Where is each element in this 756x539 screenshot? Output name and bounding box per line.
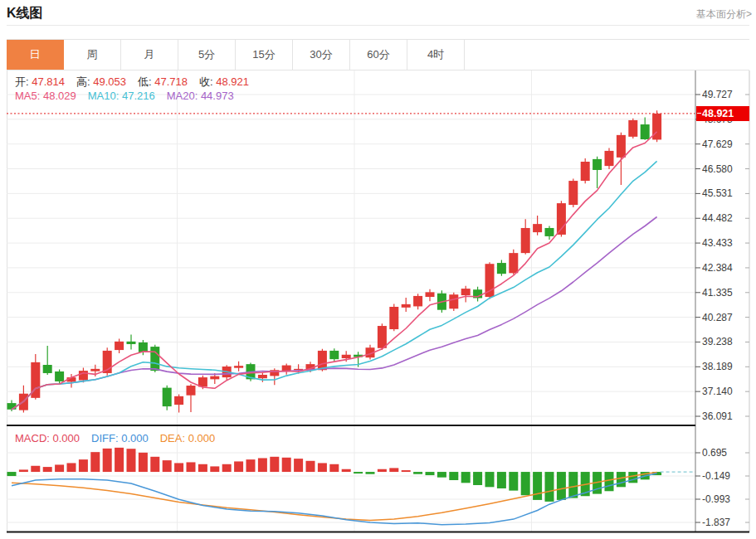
price-axis-label: 46.580 — [702, 163, 749, 175]
candle-up — [90, 369, 100, 371]
macd-bar-positive — [198, 464, 207, 472]
candle-up — [389, 307, 398, 329]
candle-up — [557, 203, 566, 235]
macd-bar-positive — [150, 457, 159, 472]
macd-bar-negative — [426, 472, 435, 475]
macd-header-row: MACD: 0.000DIFF: 0.000DEA: 0.000 — [15, 432, 227, 444]
macd-bar-positive — [258, 458, 267, 472]
candle-down — [55, 371, 64, 381]
candle-up — [652, 114, 661, 139]
ma10-value: 47.216 — [122, 90, 155, 102]
candle-up — [426, 292, 435, 297]
macd-bar-negative — [605, 472, 614, 491]
candle-up — [568, 181, 578, 205]
macd-value-value: 0.000 — [53, 432, 80, 444]
macd-bar-negative — [497, 472, 506, 488]
price-axis-label: 37.140 — [702, 386, 749, 397]
macd-bar-positive — [282, 458, 291, 472]
candle-up — [533, 224, 542, 232]
macd-bar-negative — [7, 472, 17, 476]
candle-up — [115, 342, 124, 350]
ohlc-low-value: 47.718 — [154, 75, 188, 88]
tab-5min[interactable]: 5分 — [178, 40, 236, 70]
diff-value-value: 0.000 — [121, 432, 149, 444]
candle-down — [641, 124, 650, 139]
candle-down — [127, 342, 136, 344]
tab-30min[interactable]: 30分 — [293, 40, 350, 70]
candle-down — [545, 228, 554, 236]
candle-up — [461, 289, 471, 295]
macd-bar-positive — [306, 461, 315, 472]
ma20-value: 44.973 — [201, 90, 234, 102]
tab-day[interactable]: 日 — [7, 40, 64, 70]
macd-bar-negative — [485, 472, 495, 487]
price-axis-label: 36.091 — [702, 410, 749, 422]
macd-bar-negative — [545, 472, 554, 502]
macd-bar-positive — [103, 449, 112, 472]
candle-up — [509, 253, 518, 273]
tab-4hour[interactable]: 4时 — [407, 40, 465, 70]
candle-up — [402, 304, 411, 308]
price-axis-label: 43.433 — [702, 237, 749, 249]
price-axis-label: 44.482 — [702, 212, 749, 224]
price-axis-label: 41.335 — [702, 287, 749, 299]
ma-row: MA5: 48.029MA10: 47.216MA20: 44.973 — [15, 90, 246, 102]
candle-up — [378, 326, 387, 348]
current-price-tag: 48.921 — [696, 106, 749, 121]
macd-bar-negative — [473, 472, 482, 485]
macd-bar-positive — [31, 466, 40, 472]
candle-up — [174, 396, 183, 405]
candle-up — [581, 162, 590, 181]
candle-up — [413, 296, 422, 307]
macd-bar-negative — [509, 472, 518, 491]
macd-bar-positive — [139, 453, 148, 472]
macd-bar-positive — [329, 464, 339, 472]
candle-down — [593, 159, 602, 170]
macd-axis-label: 0.695 — [702, 447, 749, 459]
macd-bar-positive — [90, 452, 100, 472]
macd-bar-negative — [521, 472, 530, 495]
price-axis-label: 45.531 — [702, 187, 749, 199]
tab-60min[interactable]: 60分 — [350, 40, 407, 70]
macd-bar-positive — [43, 467, 52, 472]
macd-bar-negative — [366, 472, 375, 474]
macd-bar-positive — [234, 461, 243, 472]
candle-down — [497, 263, 506, 274]
macd-bar-positive — [210, 466, 219, 472]
candle-down — [329, 351, 339, 359]
interval-tab-bar: 日周月5分15分30分60分4时 — [7, 39, 749, 70]
tab-15min[interactable]: 15分 — [236, 40, 293, 70]
candle-down — [150, 347, 159, 371]
macd-value-label: MACD: — [15, 432, 53, 444]
ohlc-high-label: 高: — [76, 75, 93, 88]
price-axis-label: 40.287 — [702, 312, 749, 323]
candle-up — [617, 135, 626, 158]
macd-axis-label: -0.993 — [702, 493, 749, 505]
ohlc-open-value: 47.814 — [32, 75, 65, 88]
candle-up — [234, 366, 243, 368]
macd-bar-positive — [389, 468, 398, 472]
ohlc-open-label: 开: — [15, 75, 32, 88]
ohlc-low-label: 低: — [138, 75, 154, 88]
candle-up — [79, 371, 88, 380]
price-axis-label: 47.629 — [702, 138, 749, 150]
macd-bar-positive — [19, 469, 28, 472]
ma20-label: MA20: — [167, 90, 201, 102]
candle-down — [7, 403, 17, 410]
macd-bar-positive — [378, 469, 387, 472]
macd-bar-positive — [127, 449, 136, 472]
macd-bar-positive — [79, 459, 88, 472]
candle-up — [342, 355, 351, 358]
candle-up — [628, 120, 637, 137]
price-axis-label: 39.238 — [702, 336, 749, 347]
tab-week[interactable]: 周 — [64, 40, 121, 70]
tab-month[interactable]: 月 — [121, 40, 178, 70]
dea-value-label: DEA: — [160, 432, 188, 444]
ma20-line — [12, 217, 657, 410]
candle-up — [521, 228, 530, 253]
candle-up — [210, 376, 219, 380]
price-axis-label: 49.727 — [702, 89, 749, 100]
ma5-value: 48.029 — [43, 90, 76, 102]
macd-bar-negative — [437, 472, 446, 478]
macd-axis-label: -1.837 — [702, 517, 749, 528]
